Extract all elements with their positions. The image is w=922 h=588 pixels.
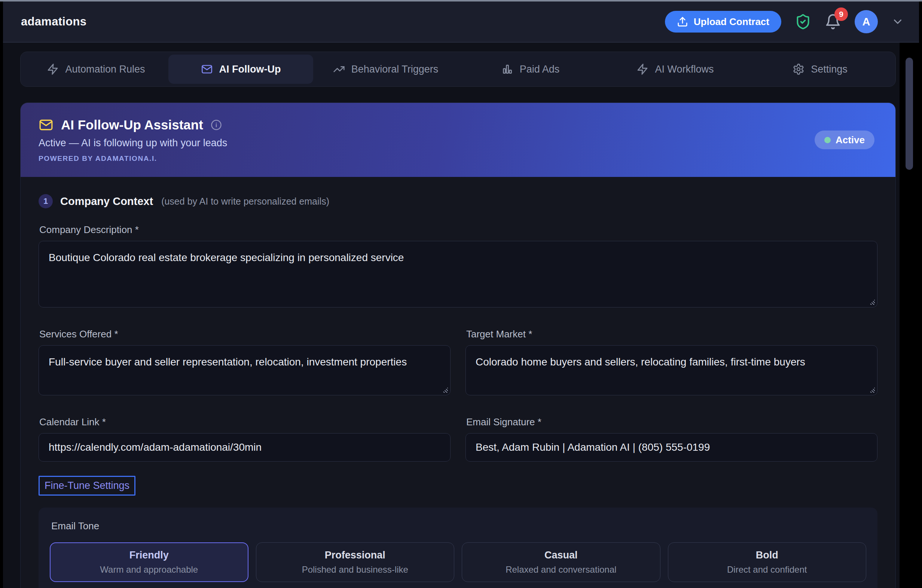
fine-tune-settings-link[interactable]: Fine-Tune Settings <box>39 476 136 496</box>
status-dot-icon <box>824 137 831 143</box>
services-offered-label: Services Offered * <box>39 328 451 340</box>
upload-contract-label: Upload Contract <box>694 16 769 28</box>
calendar-link-input[interactable] <box>39 433 451 462</box>
app-logo: adamations <box>21 15 87 28</box>
tone-subtitle: Warm and approachable <box>100 564 198 575</box>
scrollbar-track[interactable] <box>899 42 919 588</box>
company-description-field: Company Description * Boutique Colorado … <box>39 224 878 307</box>
two-column-row: Services Offered * Full-service buyer an… <box>39 313 878 395</box>
tone-title: Friendly <box>129 549 169 561</box>
powered-by-label: POWERED BY ADAMATIONA.I. <box>39 155 227 163</box>
email-tone-options: Friendly Warm and approachable Professio… <box>50 542 866 582</box>
tone-option-casual[interactable]: Casual Relaxed and conversational <box>462 542 660 582</box>
page-content: Automation Rules AI Follow-Up Behavioral… <box>3 42 899 588</box>
zap-icon <box>47 63 59 75</box>
tab-label: AI Workflows <box>655 64 714 75</box>
two-column-row: Calendar Link * Email Signature * <box>39 400 878 462</box>
tone-option-professional[interactable]: Professional Polished and business-like <box>256 542 454 582</box>
ai-follow-up-card: AI Follow-Up Assistant Active — AI is fo… <box>20 103 896 588</box>
tone-title: Casual <box>544 549 578 561</box>
tone-subtitle: Polished and business-like <box>302 564 408 575</box>
security-shield-button[interactable] <box>795 13 811 30</box>
header-actions: Upload Contract <box>665 10 904 33</box>
calendar-link-label: Calendar Link * <box>39 416 451 428</box>
tone-subtitle: Relaxed and conversational <box>505 564 616 575</box>
tone-subtitle: Direct and confident <box>727 564 807 575</box>
assistant-banner: AI Follow-Up Assistant Active — AI is fo… <box>21 103 896 177</box>
mail-icon <box>201 63 213 75</box>
notification-count-badge: 9 <box>834 8 848 21</box>
section-hint: (used by AI to write personalized emails… <box>161 196 329 207</box>
section-header: 1 Company Context (used by AI to write p… <box>39 194 878 208</box>
banner-subtitle: Active — AI is following up with your le… <box>39 137 227 149</box>
shield-check-icon <box>795 13 811 30</box>
tab-label: Automation Rules <box>65 64 145 75</box>
top-bar: adamations Upload Contract <box>3 2 919 42</box>
tone-option-bold[interactable]: Bold Direct and confident <box>668 542 866 582</box>
app-root: adamations Upload Contract <box>3 2 919 588</box>
trending-up-icon <box>333 63 345 75</box>
tab-ai-workflows[interactable]: AI Workflows <box>603 55 748 84</box>
status-badge: Active <box>815 131 875 149</box>
fine-tune-panel: Email Tone Friendly Warm and approachabl… <box>39 508 878 588</box>
card-body: 1 Company Context (used by AI to write p… <box>21 177 896 588</box>
banner-text: AI Follow-Up Assistant Active — AI is fo… <box>39 118 227 163</box>
chevron-down-icon <box>891 15 904 28</box>
tab-paid-ads[interactable]: Paid Ads <box>458 55 603 84</box>
company-description-input[interactable]: Boutique Colorado real estate brokerage … <box>39 241 878 307</box>
user-avatar[interactable]: A <box>855 10 878 33</box>
target-market-label: Target Market * <box>466 328 878 340</box>
section-title: Company Context <box>60 195 153 207</box>
account-menu-button[interactable] <box>891 15 904 28</box>
tone-title: Bold <box>756 549 778 561</box>
email-signature-input[interactable] <box>466 433 878 462</box>
step-number-badge: 1 <box>39 194 53 208</box>
avatar-initial: A <box>863 16 870 28</box>
section-tabs: Automation Rules AI Follow-Up Behavioral… <box>20 52 896 87</box>
tab-label: Paid Ads <box>520 64 560 75</box>
tab-label: AI Follow-Up <box>219 64 281 75</box>
envelope-icon <box>39 118 54 132</box>
email-signature-field: Email Signature * <box>466 416 878 462</box>
gear-icon <box>793 63 804 75</box>
email-signature-label: Email Signature * <box>466 416 878 428</box>
target-market-input[interactable]: Colorado home buyers and sellers, reloca… <box>466 345 878 395</box>
info-icon[interactable] <box>211 119 222 131</box>
tab-ai-follow-up[interactable]: AI Follow-Up <box>168 55 313 84</box>
scrollbar-thumb[interactable] <box>906 57 913 170</box>
tone-title: Professional <box>325 549 386 561</box>
company-description-label: Company Description * <box>39 224 878 236</box>
services-offered-field: Services Offered * Full-service buyer an… <box>39 328 451 395</box>
banner-title: AI Follow-Up Assistant <box>61 118 203 132</box>
target-market-field: Target Market * Colorado home buyers and… <box>466 328 878 395</box>
main-area: Automation Rules AI Follow-Up Behavioral… <box>3 42 919 588</box>
upload-icon <box>677 16 688 27</box>
status-badge-label: Active <box>835 134 865 146</box>
tab-behavioral-triggers[interactable]: Behavioral Triggers <box>313 55 458 84</box>
tab-automation-rules[interactable]: Automation Rules <box>24 55 168 84</box>
tone-option-friendly[interactable]: Friendly Warm and approachable <box>50 542 248 582</box>
email-tone-label: Email Tone <box>51 520 866 532</box>
bar-chart-icon <box>502 63 513 75</box>
services-offered-input[interactable]: Full-service buyer and seller representa… <box>39 345 451 395</box>
calendar-link-field: Calendar Link * <box>39 416 451 462</box>
app-window: adamations Upload Contract <box>0 0 922 588</box>
tab-settings[interactable]: Settings <box>748 55 893 84</box>
tab-label: Settings <box>811 64 848 75</box>
tab-label: Behavioral Triggers <box>351 64 438 75</box>
upload-contract-button[interactable]: Upload Contract <box>665 11 781 33</box>
notifications-button[interactable]: 9 <box>825 13 841 30</box>
zap-icon <box>636 63 649 75</box>
